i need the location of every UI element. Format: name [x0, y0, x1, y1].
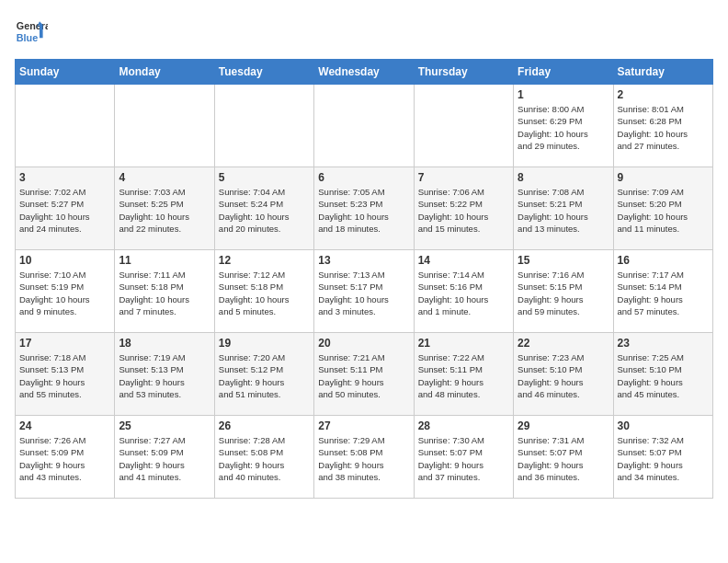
weekday-header-saturday: Saturday: [613, 60, 712, 85]
day-info: Sunrise: 7:30 AM Sunset: 5:07 PM Dayligh…: [418, 434, 509, 483]
day-number: 27: [318, 419, 409, 432]
day-number: 12: [219, 254, 310, 267]
day-info: Sunrise: 7:19 AM Sunset: 5:13 PM Dayligh…: [119, 351, 210, 400]
day-number: 14: [418, 254, 509, 267]
calendar-cell: 2Sunrise: 8:01 AM Sunset: 6:28 PM Daylig…: [613, 85, 712, 167]
day-info: Sunrise: 7:32 AM Sunset: 5:07 PM Dayligh…: [618, 434, 709, 483]
day-info: Sunrise: 7:21 AM Sunset: 5:11 PM Dayligh…: [318, 351, 409, 400]
calendar-cell: [115, 85, 214, 167]
day-info: Sunrise: 7:09 AM Sunset: 5:20 PM Dayligh…: [618, 186, 709, 235]
calendar-cell: 28Sunrise: 7:30 AM Sunset: 5:07 PM Dayli…: [414, 416, 513, 499]
day-number: 4: [119, 171, 210, 184]
calendar-cell: 19Sunrise: 7:20 AM Sunset: 5:12 PM Dayli…: [214, 333, 313, 416]
day-info: Sunrise: 7:05 AM Sunset: 5:23 PM Dayligh…: [318, 186, 409, 235]
day-number: 1: [518, 88, 609, 101]
day-info: Sunrise: 7:02 AM Sunset: 5:27 PM Dayligh…: [19, 186, 110, 235]
weekday-header-wednesday: Wednesday: [314, 60, 414, 85]
day-number: 19: [219, 337, 310, 350]
calendar-cell: [314, 85, 414, 167]
calendar-cell: [214, 85, 313, 167]
day-info: Sunrise: 7:12 AM Sunset: 5:18 PM Dayligh…: [219, 269, 310, 317]
calendar-cell: 21Sunrise: 7:22 AM Sunset: 5:11 PM Dayli…: [414, 333, 513, 416]
day-info: Sunrise: 7:04 AM Sunset: 5:24 PM Dayligh…: [219, 186, 310, 235]
calendar-cell: 29Sunrise: 7:31 AM Sunset: 5:07 PM Dayli…: [514, 416, 613, 499]
day-number: 24: [19, 419, 110, 432]
day-number: 30: [618, 419, 709, 432]
day-number: 5: [219, 171, 310, 184]
general-blue-logo-icon: General Blue: [15, 15, 48, 48]
calendar-cell: 16Sunrise: 7:17 AM Sunset: 5:14 PM Dayli…: [613, 250, 712, 333]
day-info: Sunrise: 7:25 AM Sunset: 5:10 PM Dayligh…: [618, 351, 709, 400]
calendar-cell: 30Sunrise: 7:32 AM Sunset: 5:07 PM Dayli…: [613, 416, 712, 499]
calendar-cell: 26Sunrise: 7:28 AM Sunset: 5:08 PM Dayli…: [214, 416, 313, 499]
day-info: Sunrise: 7:31 AM Sunset: 5:07 PM Dayligh…: [518, 434, 609, 483]
day-number: 16: [618, 254, 709, 267]
weekday-header-tuesday: Tuesday: [214, 60, 313, 85]
calendar-cell: 13Sunrise: 7:13 AM Sunset: 5:17 PM Dayli…: [314, 250, 414, 333]
day-info: Sunrise: 8:00 AM Sunset: 6:29 PM Dayligh…: [518, 103, 609, 152]
calendar-cell: 24Sunrise: 7:26 AM Sunset: 5:09 PM Dayli…: [16, 416, 115, 499]
day-info: Sunrise: 7:27 AM Sunset: 5:09 PM Dayligh…: [119, 434, 210, 483]
day-number: 21: [418, 337, 509, 350]
day-info: Sunrise: 7:28 AM Sunset: 5:08 PM Dayligh…: [219, 434, 310, 483]
weekday-header-friday: Friday: [514, 60, 613, 85]
calendar-cell: [16, 85, 115, 167]
day-info: Sunrise: 7:13 AM Sunset: 5:17 PM Dayligh…: [318, 269, 409, 317]
calendar-table: SundayMondayTuesdayWednesdayThursdayFrid…: [15, 59, 713, 499]
calendar-cell: [414, 85, 513, 167]
day-number: 23: [618, 337, 709, 350]
calendar-cell: 3Sunrise: 7:02 AM Sunset: 5:27 PM Daylig…: [16, 167, 115, 250]
weekday-header-sunday: Sunday: [16, 60, 115, 85]
day-number: 25: [119, 419, 210, 432]
calendar-cell: 8Sunrise: 7:08 AM Sunset: 5:21 PM Daylig…: [514, 167, 613, 250]
day-info: Sunrise: 7:20 AM Sunset: 5:12 PM Dayligh…: [219, 351, 310, 400]
calendar-cell: 6Sunrise: 7:05 AM Sunset: 5:23 PM Daylig…: [314, 167, 414, 250]
day-number: 22: [518, 337, 609, 350]
day-number: 18: [119, 337, 210, 350]
day-info: Sunrise: 7:29 AM Sunset: 5:08 PM Dayligh…: [318, 434, 409, 483]
day-info: Sunrise: 8:01 AM Sunset: 6:28 PM Dayligh…: [618, 103, 709, 152]
calendar-cell: 1Sunrise: 8:00 AM Sunset: 6:29 PM Daylig…: [514, 85, 613, 167]
calendar-cell: 12Sunrise: 7:12 AM Sunset: 5:18 PM Dayli…: [214, 250, 313, 333]
day-info: Sunrise: 7:26 AM Sunset: 5:09 PM Dayligh…: [19, 434, 110, 483]
day-number: 2: [618, 88, 709, 101]
day-info: Sunrise: 7:18 AM Sunset: 5:13 PM Dayligh…: [19, 351, 110, 400]
day-info: Sunrise: 7:06 AM Sunset: 5:22 PM Dayligh…: [418, 186, 509, 235]
day-number: 8: [518, 171, 609, 184]
day-info: Sunrise: 7:08 AM Sunset: 5:21 PM Dayligh…: [518, 186, 609, 235]
calendar-week-row: 10Sunrise: 7:10 AM Sunset: 5:19 PM Dayli…: [16, 250, 713, 333]
day-number: 6: [318, 171, 409, 184]
logo: General Blue: [15, 15, 48, 48]
calendar-cell: 18Sunrise: 7:19 AM Sunset: 5:13 PM Dayli…: [115, 333, 214, 416]
calendar-cell: 27Sunrise: 7:29 AM Sunset: 5:08 PM Dayli…: [314, 416, 414, 499]
day-info: Sunrise: 7:23 AM Sunset: 5:10 PM Dayligh…: [518, 351, 609, 400]
day-info: Sunrise: 7:03 AM Sunset: 5:25 PM Dayligh…: [119, 186, 210, 235]
calendar-cell: 10Sunrise: 7:10 AM Sunset: 5:19 PM Dayli…: [16, 250, 115, 333]
calendar-cell: 15Sunrise: 7:16 AM Sunset: 5:15 PM Dayli…: [514, 250, 613, 333]
calendar-cell: 9Sunrise: 7:09 AM Sunset: 5:20 PM Daylig…: [613, 167, 712, 250]
calendar-week-row: 24Sunrise: 7:26 AM Sunset: 5:09 PM Dayli…: [16, 416, 713, 499]
day-number: 28: [418, 419, 509, 432]
calendar-cell: 23Sunrise: 7:25 AM Sunset: 5:10 PM Dayli…: [613, 333, 712, 416]
day-info: Sunrise: 7:16 AM Sunset: 5:15 PM Dayligh…: [518, 269, 609, 317]
calendar-week-row: 17Sunrise: 7:18 AM Sunset: 5:13 PM Dayli…: [16, 333, 713, 416]
day-info: Sunrise: 7:14 AM Sunset: 5:16 PM Dayligh…: [418, 269, 509, 317]
day-info: Sunrise: 7:22 AM Sunset: 5:11 PM Dayligh…: [418, 351, 509, 400]
day-info: Sunrise: 7:10 AM Sunset: 5:19 PM Dayligh…: [19, 269, 110, 317]
calendar-cell: 17Sunrise: 7:18 AM Sunset: 5:13 PM Dayli…: [16, 333, 115, 416]
day-number: 10: [19, 254, 110, 267]
calendar-cell: 4Sunrise: 7:03 AM Sunset: 5:25 PM Daylig…: [115, 167, 214, 250]
day-number: 20: [318, 337, 409, 350]
day-number: 7: [418, 171, 509, 184]
day-info: Sunrise: 7:17 AM Sunset: 5:14 PM Dayligh…: [618, 269, 709, 317]
svg-text:General: General: [17, 20, 48, 31]
calendar-cell: 7Sunrise: 7:06 AM Sunset: 5:22 PM Daylig…: [414, 167, 513, 250]
day-number: 13: [318, 254, 409, 267]
calendar-cell: 20Sunrise: 7:21 AM Sunset: 5:11 PM Dayli…: [314, 333, 414, 416]
day-number: 26: [219, 419, 310, 432]
calendar-week-row: 3Sunrise: 7:02 AM Sunset: 5:27 PM Daylig…: [16, 167, 713, 250]
day-number: 17: [19, 337, 110, 350]
calendar-week-row: 1Sunrise: 8:00 AM Sunset: 6:29 PM Daylig…: [16, 85, 713, 167]
calendar-cell: 25Sunrise: 7:27 AM Sunset: 5:09 PM Dayli…: [115, 416, 214, 499]
calendar-header-row: SundayMondayTuesdayWednesdayThursdayFrid…: [16, 60, 713, 85]
